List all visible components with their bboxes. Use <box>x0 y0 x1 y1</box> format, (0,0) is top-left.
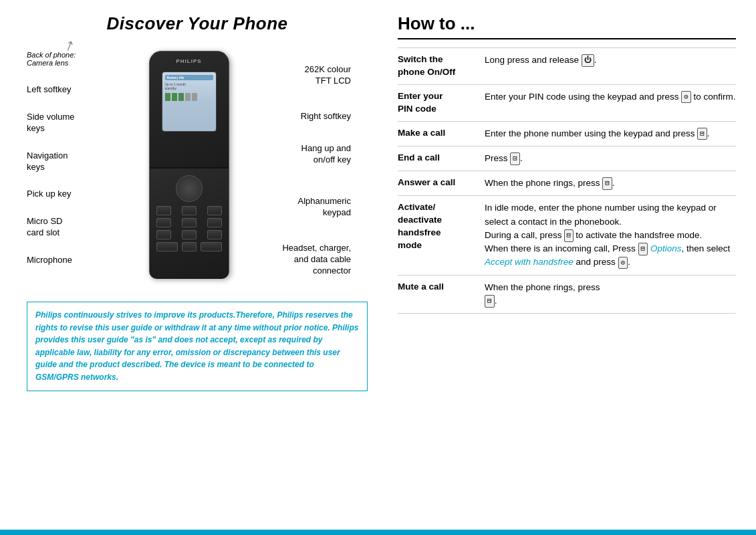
row-switch-onoff: Switch thephone On/Off Long press and re… <box>398 47 736 84</box>
row-end-call: End a call Press ⊡. <box>398 146 736 171</box>
alphanumeric-label: Alphanumerickeypad <box>247 196 351 219</box>
row-enter-pin: Enter yourPIN code Enter your PIN code u… <box>398 84 736 121</box>
desc-mute-call: When the phone rings, press ⊟. <box>485 281 736 308</box>
key-icon-end: ⊡ <box>510 152 520 165</box>
row-mute-call: Mute a call When the phone rings, press … <box>398 275 736 314</box>
battery-bar-5 <box>192 93 197 101</box>
row-answer-call: Answer a call When the phone rings, pres… <box>398 171 736 195</box>
key-9 <box>207 230 222 239</box>
key-hash <box>201 242 222 251</box>
nav-circle <box>176 175 203 202</box>
desc-end-call: Press ⊡. <box>485 152 736 165</box>
phone-body: PHILIPS Battery life Up to 1 monthstandb… <box>149 51 229 278</box>
row-handsfree: Activate/deactivatehandsfreemode In idle… <box>398 195 736 274</box>
phone-screen: Battery life Up to 1 monthstandby <box>162 72 217 132</box>
disclaimer-box: Philips continuously strives to improve … <box>27 302 368 391</box>
phone-diagram: ↗ Back of phone: Camera lens Left softke… <box>27 44 368 292</box>
screen-content: Battery life Up to 1 monthstandby <box>162 72 216 104</box>
battery-bar-4 <box>185 93 191 101</box>
key-3 <box>207 206 222 215</box>
term-enter-pin: Enter yourPIN code <box>398 90 485 116</box>
how-to-table: Switch thephone On/Off Long press and re… <box>398 47 736 314</box>
battery-bar-3 <box>178 93 184 101</box>
left-panel: Discover Your Phone ↗ Back of phone: Cam… <box>27 13 381 523</box>
term-handsfree: Activate/deactivatehandsfreemode <box>398 201 485 269</box>
key-row-4 <box>156 242 222 251</box>
main-content: Discover Your Phone ↗ Back of phone: Cam… <box>0 0 756 530</box>
row-make-call: Make a call Enter the phone number using… <box>398 121 736 146</box>
battery-bar-1 <box>165 93 170 101</box>
key-icon-call: ⊟ <box>697 128 707 140</box>
micro-sd-label: Micro SDcard slot <box>27 216 130 239</box>
key-star <box>156 242 178 251</box>
keypad-area <box>150 169 229 257</box>
term-switch-onoff: Switch thephone On/Off <box>398 54 485 79</box>
key-2 <box>182 206 197 215</box>
desc-answer-call: When the phone rings, press ⊟. <box>485 177 736 190</box>
key-icon-handsfree: ⊟ <box>564 229 574 242</box>
pick-up-key-label: Pick up key <box>27 189 130 200</box>
how-to-title: How to ... <box>398 13 736 34</box>
philips-logo: PHILIPS <box>176 58 201 64</box>
key-7 <box>156 230 171 239</box>
term-answer-call: Answer a call <box>398 177 485 190</box>
right-panel: How to ... Switch thephone On/Off Long p… <box>381 13 736 523</box>
phone-bottom-half <box>150 169 229 279</box>
right-labels: 262K colourTFT LCD Right softkey Hang up… <box>247 44 351 292</box>
key-8 <box>182 230 197 239</box>
left-softkey-label: Left softkey <box>27 84 130 96</box>
page-container: Discover Your Phone ↗ Back of phone: Cam… <box>0 0 756 535</box>
hang-up-label: Hang up andon/off key <box>247 143 351 166</box>
right-softkey-label: Right softkey <box>247 111 351 122</box>
back-of-phone-label: ↗ Back of phone: Camera lens <box>27 51 107 67</box>
title-divider <box>398 38 736 39</box>
key-row-1 <box>156 206 222 215</box>
battery-indicator <box>165 93 213 101</box>
key-icon-mute: ⊟ <box>485 295 495 308</box>
phone-image: PHILIPS Battery life Up to 1 monthstandb… <box>130 44 247 292</box>
key-6 <box>207 218 222 227</box>
options-link: Options <box>650 243 682 253</box>
headset-label: Headset, charger,and data cableconnector <box>247 243 351 277</box>
bottom-bar <box>0 530 756 535</box>
phone-top-half: PHILIPS Battery life Up to 1 monthstandb… <box>150 51 229 169</box>
key-icon-confirm: ⊙ <box>681 91 691 104</box>
discover-title: Discover Your Phone <box>27 13 368 34</box>
key-4 <box>156 218 171 227</box>
desc-switch-onoff: Long press and release ⏻. <box>485 54 736 79</box>
key-row-2 <box>156 218 222 227</box>
term-end-call: End a call <box>398 152 485 165</box>
side-volume-label: Side volumekeys <box>27 112 130 134</box>
desc-make-call: Enter the phone number using the keypad … <box>485 127 736 140</box>
accept-handsfree-link: Accept with handsfree <box>485 257 574 267</box>
disclaimer-text: Philips continuously strives to improve … <box>35 309 359 384</box>
key-1 <box>156 206 171 215</box>
desc-handsfree: In idle mode, enter the phone number usi… <box>485 201 736 269</box>
key-icon-answer: ⊟ <box>602 177 612 190</box>
key-row-3 <box>156 230 222 239</box>
navigation-keys-label: Navigationkeys <box>27 150 130 173</box>
key-0 <box>182 242 197 251</box>
microphone-label: Microphone <box>27 255 130 266</box>
phone-labels-left: Left softkey Side volumekeys Navigationk… <box>27 44 130 292</box>
key-icon-ok: ⊙ <box>618 257 628 270</box>
screen-bar: Battery life <box>165 75 213 80</box>
battery-bar-2 <box>172 93 177 101</box>
term-make-call: Make a call <box>398 127 485 140</box>
key-5 <box>182 218 197 227</box>
key-icon-options: ⊟ <box>638 243 648 255</box>
desc-enter-pin: Enter your PIN code using the keypad and… <box>485 90 736 116</box>
key-icon-power: ⏻ <box>582 54 594 67</box>
term-mute-call: Mute a call <box>398 281 485 308</box>
colour-lcd-label: 262K colourTFT LCD <box>247 64 351 87</box>
